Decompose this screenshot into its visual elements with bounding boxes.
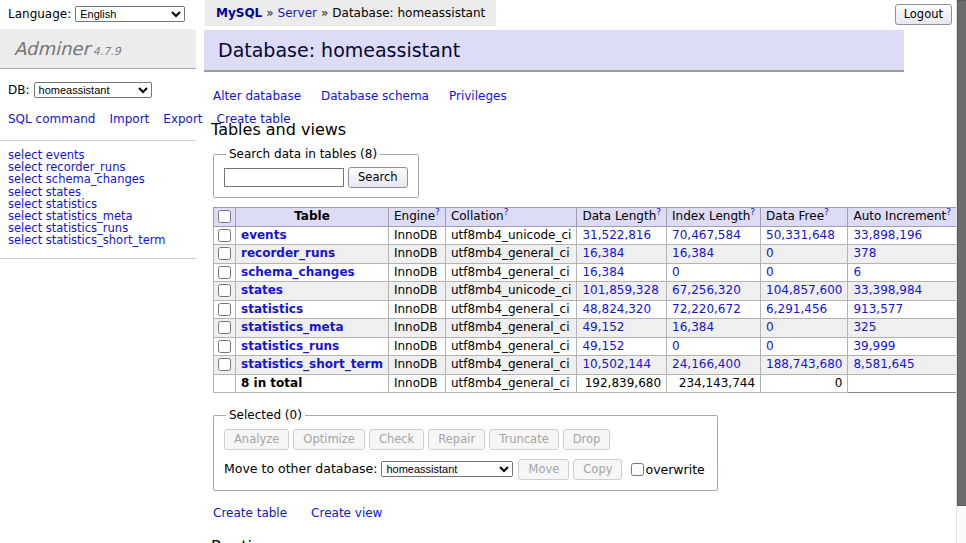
breadcrumb-current: Database: homeassistant — [332, 6, 485, 20]
footer-data-length-cell: 192,839,680 — [577, 374, 667, 393]
column-help-link[interactable]: ? — [504, 207, 509, 217]
data-length-link[interactable]: 49,152 — [582, 320, 624, 334]
sidebar-export-link[interactable]: Export — [163, 112, 202, 126]
table-name-link[interactable]: schema_changes — [241, 265, 355, 279]
auto-increment-link[interactable]: 378 — [853, 246, 876, 260]
search-input[interactable] — [224, 168, 344, 187]
table-name-link[interactable]: states — [241, 283, 283, 297]
auto-increment-link[interactable]: 33,898,196 — [853, 228, 922, 242]
column-help-link[interactable]: ? — [946, 207, 951, 217]
auto-increment-link[interactable]: 913,577 — [853, 302, 903, 316]
row-checkbox[interactable] — [218, 321, 231, 334]
row-checkbox[interactable] — [218, 229, 231, 242]
row-checkbox[interactable] — [218, 303, 231, 316]
data-free-link[interactable]: 0 — [766, 339, 774, 353]
content: MySQL»Server»Database: homeassistant Dat… — [204, 0, 904, 543]
select-all-cell — [214, 208, 236, 227]
table-name-link[interactable]: statistics — [241, 302, 303, 316]
auto-increment-link[interactable]: 39,999 — [853, 339, 895, 353]
column-help-link[interactable]: ? — [750, 207, 755, 217]
copy-button[interactable]: Copy — [573, 459, 622, 480]
index-length-link[interactable]: 0 — [672, 339, 680, 353]
create-view-link[interactable]: Create view — [311, 506, 382, 520]
database-schema-link[interactable]: Database schema — [321, 89, 429, 103]
search-button[interactable]: Search — [348, 167, 408, 188]
vertical-scrollbar[interactable] — [956, 0, 966, 543]
row-checkbox[interactable] — [218, 266, 231, 279]
language-select[interactable]: English — [75, 6, 185, 22]
check-button[interactable]: Check — [369, 429, 424, 450]
move-to-database-label: Move to other database: — [224, 461, 377, 476]
row-checkbox[interactable] — [218, 340, 231, 353]
column-help-link[interactable]: ? — [656, 207, 661, 217]
logout-button[interactable]: Logout — [895, 4, 952, 25]
auto-increment-link[interactable]: 325 — [853, 320, 876, 334]
data-free-link[interactable]: 50,331,648 — [766, 228, 835, 242]
move-db-select[interactable]: homeassistant — [381, 461, 513, 477]
selected-legend: Selected (0) — [226, 408, 305, 422]
data-length-link[interactable]: 49,152 — [582, 339, 624, 353]
create-table-link[interactable]: Create table — [213, 506, 287, 520]
data-free-link[interactable]: 6,291,456 — [766, 302, 827, 316]
table-name-link[interactable]: events — [241, 228, 287, 242]
truncate-button[interactable]: Truncate — [489, 429, 559, 450]
privileges-link[interactable]: Privileges — [449, 89, 507, 103]
move-button[interactable]: Move — [518, 459, 569, 480]
data-free-link[interactable]: 0 — [766, 246, 774, 260]
collation-cell: utf8mb4_general_ci — [445, 356, 577, 375]
auto-increment-cell: 378 — [848, 245, 957, 264]
table-row: eventsInnoDButf8mb4_unicode_ci31,522,816… — [214, 226, 966, 245]
table-name-link[interactable]: recorder_runs — [241, 246, 335, 260]
index-length-link[interactable]: 72,220,672 — [672, 302, 741, 316]
data-length-link[interactable]: 16,384 — [582, 246, 624, 260]
data-length-link[interactable]: 101,859,328 — [582, 283, 658, 297]
index-length-link[interactable]: 16,384 — [672, 246, 714, 260]
index-length-link[interactable]: 16,384 — [672, 320, 714, 334]
data-length-link[interactable]: 48,824,320 — [582, 302, 651, 316]
data-length-cell: 48,824,320 — [577, 300, 667, 319]
scrollbar-thumb[interactable] — [957, 0, 966, 506]
breadcrumb-mysql-link[interactable]: MySQL — [216, 6, 262, 20]
overwrite-checkbox[interactable] — [631, 463, 644, 476]
data-free-link[interactable]: 0 — [766, 320, 774, 334]
row-select-cell — [214, 282, 236, 301]
index-length-link[interactable]: 70,467,584 — [672, 228, 741, 242]
table-name-link[interactable]: statistics_runs — [241, 339, 339, 353]
sidebar-sql-command-link[interactable]: SQL command — [8, 112, 95, 126]
data-free-link[interactable]: 0 — [766, 265, 774, 279]
app-version-link[interactable]: 4.7.9 — [93, 45, 121, 58]
breadcrumb-server-link[interactable]: Server — [278, 6, 317, 20]
row-checkbox[interactable] — [218, 358, 231, 371]
column-help-link[interactable]: ? — [824, 207, 829, 217]
index-length-link[interactable]: 67,256,320 — [672, 283, 741, 297]
auto-increment-link[interactable]: 33,398,984 — [853, 283, 922, 297]
footer-total-cell: 8 in total — [236, 374, 389, 393]
column-help-link[interactable]: ? — [435, 207, 440, 217]
column-header: Engine? — [388, 208, 445, 227]
data-length-link[interactable]: 31,522,816 — [582, 228, 651, 242]
select-all-checkbox[interactable] — [218, 210, 231, 223]
table-name-link[interactable]: statistics_meta — [241, 320, 344, 334]
index-length-link[interactable]: 24,166,400 — [672, 357, 741, 371]
table-name-link[interactable]: statistics_short_term — [241, 357, 383, 371]
auto-increment-link[interactable]: 8,581,645 — [853, 357, 914, 371]
optimize-button[interactable]: Optimize — [293, 429, 365, 450]
repair-button[interactable]: Repair — [428, 429, 485, 450]
data-free-link[interactable]: 188,743,680 — [766, 357, 842, 371]
index-length-link[interactable]: 0 — [672, 265, 680, 279]
language-form: Language:English — [0, 0, 196, 29]
drop-button[interactable]: Drop — [563, 429, 611, 450]
db-select[interactable]: homeassistant — [34, 82, 152, 98]
row-checkbox[interactable] — [218, 247, 231, 260]
alter-database-link[interactable]: Alter database — [213, 89, 301, 103]
sidebar-import-link[interactable]: Import — [109, 112, 149, 126]
column-header: Data Length? — [577, 208, 667, 227]
auto-increment-link[interactable]: 6 — [853, 265, 861, 279]
engine-cell: InnoDB — [388, 226, 445, 245]
data-length-link[interactable]: 10,502,144 — [582, 357, 651, 371]
row-checkbox[interactable] — [218, 284, 231, 297]
analyze-button[interactable]: Analyze — [224, 429, 289, 450]
sidebar-table-link[interactable]: select statistics_short_term — [8, 233, 165, 247]
data-length-link[interactable]: 16,384 — [582, 265, 624, 279]
data-free-link[interactable]: 104,857,600 — [766, 283, 842, 297]
